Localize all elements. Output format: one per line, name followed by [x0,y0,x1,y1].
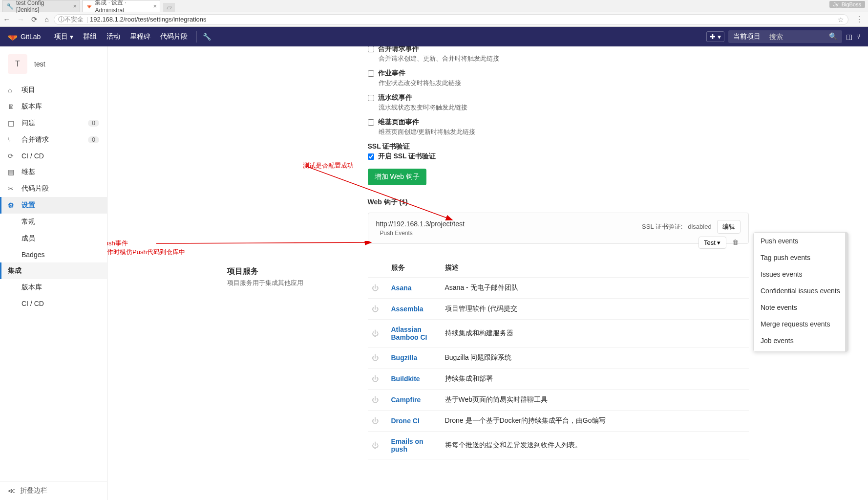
test-event-option[interactable]: Pipeline events [754,349,848,352]
service-row: ⏻ Asana Asana - 无电子邮件团队 [368,278,749,299]
count-badge: 0 [88,120,99,127]
test-event-option[interactable]: Note events [754,299,848,316]
service-link[interactable]: Campfire [391,396,421,404]
nav-milestones[interactable]: 里程碑 [125,32,155,41]
test-event-option[interactable]: Tag push events [754,249,848,266]
browser-tab[interactable]: 🔧 test Config [Jenkins] × [2,0,80,12]
delete-webhook-icon[interactable]: 🗑 [730,237,741,249]
sidebar-project-header[interactable]: T test [0,46,107,82]
scrollbar[interactable] [845,233,848,351]
search-scope[interactable]: 当前项目 [728,30,765,43]
admin-wrench-icon[interactable]: 🔧 [201,33,213,41]
test-events-dropdown: Push eventsTag push eventsIssues eventsC… [753,232,848,352]
event-checkbox-row: 维基页面事件 [368,117,749,128]
service-link[interactable]: Atlassian Bamboo CI [391,326,427,341]
webhooks-header: Web 钩子 (1) [368,198,749,207]
reload-icon[interactable]: ⟳ [31,15,38,24]
chrome-user-badge[interactable]: Jy_BigBoss [829,1,865,8]
sidebar-item-mr[interactable]: ⑂合并请求0 [0,131,107,148]
event-checkbox[interactable] [368,119,374,126]
sidebar-sub-badges[interactable]: Badges [0,247,107,262]
service-row: ⏻ Bugzilla Bugzilla 问题跟踪系统 [368,348,749,369]
service-link[interactable]: Asana [391,284,412,292]
event-checkbox[interactable] [368,95,374,101]
service-link[interactable]: Bugzilla [391,354,418,362]
sidebar-item-issues[interactable]: ◫问题0 [0,115,107,131]
rocket-icon: ⟳ [8,152,16,160]
tab-title: 集成 · 设置 · Administrat [95,0,146,14]
test-event-option[interactable]: Issues events [754,266,848,283]
services-subtitle: 项目服务用于集成其他应用 [227,279,352,287]
test-event-option[interactable]: Job events [754,332,848,349]
sidebar-item-settings[interactable]: ⚙设置 [0,197,107,214]
search-input[interactable] [765,30,824,43]
sidebar-sub-integrations[interactable]: 集成 [0,262,107,279]
ssl-checkbox-label: 开启 SSL 证书验证 [378,152,436,161]
event-title: 维基页面事件 [378,118,419,127]
url-input[interactable]: ⓘ 不安全 | 192.168.1.2/root/test/settings/i… [54,14,848,25]
services-title: 项目服务 [227,266,352,277]
sidebar-item-wiki[interactable]: ▤维基 [0,164,107,180]
sidebar-item-cicd[interactable]: ⟳CI / CD [0,148,107,164]
test-event-option[interactable]: Confidential issues events [754,283,848,299]
power-icon: ⏻ [372,305,379,313]
search-icon[interactable]: 🔍 [824,30,842,43]
new-tab-button[interactable]: ▱ [163,3,175,12]
power-icon: ⏻ [372,441,379,449]
sidebar-item-snippets[interactable]: ✂代码片段 [0,180,107,197]
power-icon: ⏻ [372,396,379,404]
service-link[interactable]: Emails on push [391,437,423,453]
merge-requests-icon[interactable]: ⑂ [856,33,860,41]
close-icon[interactable]: × [153,2,157,10]
scissors-icon: ✂ [8,185,16,193]
test-event-option[interactable]: Push events [754,233,848,249]
service-desc: 项目管理软件 (代码提交 [441,299,749,320]
service-desc: 持续集成和构建服务器 [441,320,749,348]
issues-icon: ◫ [8,119,16,127]
ssl-verify-checkbox[interactable] [368,153,374,160]
event-title: 作业事件 [378,69,405,78]
service-link[interactable]: Assembla [391,305,423,313]
event-checkbox-row: 合并请求事件 [368,46,749,54]
ssl-status-value: disabled [688,223,711,230]
sidebar-sub-repository[interactable]: 版本库 [0,279,107,296]
gitlab-logo[interactable]: GitLab [8,32,41,42]
service-row: ⏻ Drone CI Drone 是一个基于Docker的持续集成平台，由Go编… [368,411,749,432]
service-link[interactable]: Drone CI [391,417,420,425]
book-icon: ▤ [8,168,16,176]
forward-icon[interactable]: → [17,15,24,24]
nav-groups[interactable]: 群组 [78,32,102,41]
gear-icon: ⚙ [8,201,16,209]
project-avatar: T [8,54,27,74]
collapse-sidebar-button[interactable]: ≪ 折叠边栏 [0,481,107,500]
back-icon[interactable]: ← [3,15,10,24]
url-security-label: 不安全 [64,15,84,24]
issues-icon[interactable]: ◫ [846,33,852,41]
brand-text: GitLab [21,33,41,41]
edit-webhook-button[interactable]: 编辑 [717,220,741,234]
service-desc: Asana - 无电子邮件团队 [441,278,749,299]
sidebar-item-repo[interactable]: 🗎版本库 [0,98,107,115]
project-name: test [34,60,45,68]
bookmark-icon[interactable]: ☆ [838,16,844,23]
sidebar-sub-members[interactable]: 成员 [0,230,107,247]
new-dropdown-button[interactable]: ✚ ▾ [706,31,724,42]
test-webhook-dropdown-button[interactable]: Test [699,237,726,249]
sidebar-sub-general[interactable]: 常规 [0,214,107,230]
add-webhook-button[interactable]: 增加 Web 钩子 [368,169,426,185]
home-icon[interactable]: ⌂ [44,15,49,24]
sidebar-sub-cicd[interactable]: CI / CD [0,296,107,311]
tab-title: test Config [Jenkins] [16,0,66,13]
sidebar-item-project[interactable]: ⌂项目 [0,82,107,98]
browser-tab[interactable]: 集成 · 设置 · Administrat × [82,0,160,12]
test-event-option[interactable]: Merge requests events [754,316,848,332]
nav-project[interactable]: 项目▾ [49,32,78,41]
event-checkbox[interactable] [368,46,374,52]
chrome-menu-icon[interactable]: ⋮ [853,15,865,24]
close-icon[interactable]: × [73,2,77,10]
event-checkbox-row: 作业事件 [368,68,749,79]
nav-activity[interactable]: 活动 [102,32,125,41]
event-checkbox[interactable] [368,70,374,77]
nav-snippets[interactable]: 代码片段 [155,32,192,41]
service-link[interactable]: Buildkite [391,375,420,383]
